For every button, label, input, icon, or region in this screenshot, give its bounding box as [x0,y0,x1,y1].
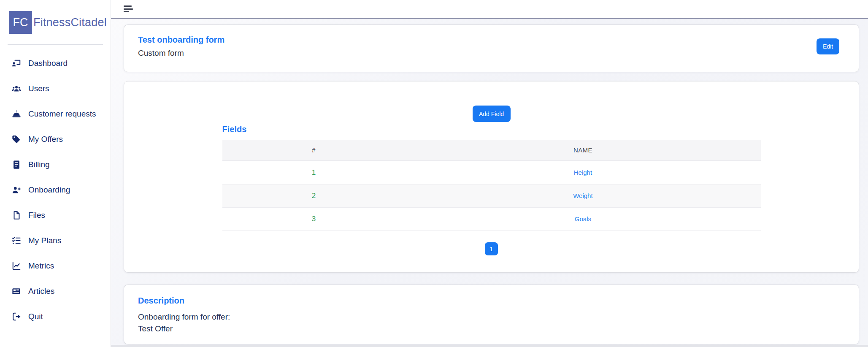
sidebar-item-label: Dashboard [28,59,68,68]
file-invoice-icon [11,160,22,170]
sidebar: FC FitnessCitadel Dashboard Users [0,0,111,347]
add-field-button[interactable]: Add Field [473,106,511,122]
fields-card: Add Field Fields # NAME 1 [124,81,859,273]
column-header-index: # [222,140,406,161]
sidebar-item-label: Quit [28,312,43,321]
row-name-cell: Goals [405,207,760,230]
form-subtitle: Custom form [138,49,224,58]
description-text: Onboarding form for offer: Test Offer [138,311,845,335]
chalkboard-user-icon [11,58,22,68]
app-root: FC FitnessCitadel Dashboard Users [0,0,868,347]
sidebar-item-articles[interactable]: Articles [0,279,111,304]
brand-logo[interactable]: FC FitnessCitadel [0,0,111,34]
sidebar-item-label: Articles [28,287,54,296]
row-index: 1 [222,161,406,184]
chart-line-icon [11,261,22,271]
sidebar-item-quit[interactable]: Quit [0,304,111,329]
row-index: 3 [222,207,406,230]
column-header-name: NAME [405,140,760,161]
content: Test onboarding form Custom form Edit Ad… [111,19,868,347]
table-header-row: # NAME [222,140,761,161]
sidebar-item-label: Metrics [28,261,54,271]
sidebar-item-my-plans[interactable]: My Plans [0,228,111,253]
users-icon [11,84,22,94]
sidebar-divider [8,44,103,45]
table-row: 2 Weight [222,184,761,207]
table-row: 1 Height [222,161,761,184]
concierge-bell-icon [11,109,22,119]
description-heading: Description [138,285,845,306]
sidebar-item-users[interactable]: Users [0,76,111,101]
field-link[interactable]: Weight [573,192,592,199]
sign-out-icon [11,312,22,322]
sidebar-item-metrics[interactable]: Metrics [0,253,111,279]
user-plus-icon [11,185,22,195]
page-1-button[interactable]: 1 [485,242,498,255]
sidebar-item-label: Users [28,84,49,93]
task-list-icon [11,236,22,246]
sidebar-item-label: Onboarding [28,185,70,195]
description-card: Description Onboarding form for offer: T… [124,285,859,344]
bottom-edge-strip [111,345,868,347]
brand-abbr-badge: FC [9,11,32,34]
fields-heading: Fields [222,125,761,134]
brand-name: FitnessCitadel [33,16,107,29]
form-header-text: Test onboarding form Custom form [138,25,224,72]
sidebar-item-customer-requests[interactable]: Customer requests [0,101,111,127]
sidebar-item-label: My Offers [28,135,63,144]
sidebar-item-onboarding[interactable]: Onboarding [0,177,111,203]
main-area: Test onboarding form Custom form Edit Ad… [111,0,868,347]
file-icon [11,210,22,220]
newspaper-icon [11,286,22,296]
sidebar-item-my-offers[interactable]: My Offers [0,127,111,152]
row-name-cell: Height [405,161,760,184]
sidebar-item-dashboard[interactable]: Dashboard [0,51,111,76]
fields-table-wrap: Fields # NAME 1 Height [222,125,761,231]
sidebar-item-files[interactable]: Files [0,203,111,228]
description-line: Test Offer [138,323,845,335]
pagination: 1 [485,242,498,255]
edit-button[interactable]: Edit [817,38,839,54]
row-index: 2 [222,184,406,207]
row-name-cell: Weight [405,184,760,207]
description-line: Onboarding form for offer: [138,311,845,323]
fields-table: # NAME 1 Height 2 Weight [222,140,761,231]
sidebar-item-label: Customer requests [28,109,96,119]
table-row: 3 Goals [222,207,761,230]
field-link[interactable]: Height [574,169,592,176]
tag-icon [11,134,22,144]
topbar [111,0,868,19]
sidebar-nav: Dashboard Users Customer requests My Off… [0,51,111,329]
sidebar-item-label: My Plans [28,236,61,245]
sidebar-item-billing[interactable]: Billing [0,152,111,177]
menu-toggle-icon[interactable] [124,5,134,12]
sidebar-item-label: Files [28,211,45,220]
form-title: Test onboarding form [138,35,224,45]
sidebar-item-label: Billing [28,160,50,169]
form-header-card: Test onboarding form Custom form Edit [124,24,859,72]
field-link[interactable]: Goals [575,215,591,222]
